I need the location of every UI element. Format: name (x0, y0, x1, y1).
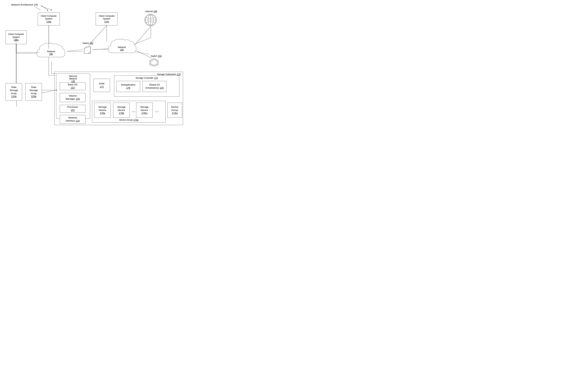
storage-device-176b: Storage Device 176b (113, 103, 130, 118)
dots-1: ... (132, 110, 136, 113)
network-architecture-label: Network Architecture 100 (11, 3, 38, 6)
client-computer-system-110c: Client Computer System 110c (96, 13, 118, 25)
switch-150-label: Switch 150 (151, 55, 162, 57)
global-io-scheduler-box: Global I/O Scheduler(s) 134 (142, 81, 167, 92)
svg-line-37 (137, 51, 152, 58)
network-180: Network 180 (35, 42, 67, 62)
switch-150-icon (149, 58, 159, 66)
svg-line-35 (92, 49, 109, 50)
storage-subsystem-title: Storage Subsystem 170 (157, 73, 181, 76)
svg-marker-23 (84, 46, 90, 54)
svg-line-34 (67, 50, 83, 51)
internet-label: Internet 160 (145, 10, 157, 13)
svg-line-16 (41, 6, 52, 10)
deduplication-178-box: Deduplication 178 (116, 81, 140, 92)
data-storage-array-120a: Data Storage Array 120a (5, 83, 22, 101)
dots-2: ... (155, 110, 159, 113)
ram-172-box: RAM 172 (93, 79, 110, 92)
processor-box: Processor 122 (60, 105, 85, 112)
storage-device-176m: Storage Device 176m (136, 103, 153, 118)
storage-device-176a: Storage Device 176a (94, 103, 111, 118)
client-computer-system-110a: Client Computer System 110a (5, 30, 27, 44)
device-group-173m-box: Device Group 173m (167, 103, 182, 118)
network-interface-box: Network Interface 124 (60, 115, 85, 124)
volume-manager-box: Volume Manager 134 (60, 93, 85, 102)
svg-line-36 (135, 26, 151, 44)
client-computer-system-110b: Client Computer System 110b (38, 13, 60, 25)
network-190: Network 190 (107, 38, 137, 58)
internet-globe-icon (144, 14, 157, 26)
base-os-box: Base OS 132 (60, 83, 85, 90)
svg-marker-17 (50, 9, 52, 11)
switch-140-icon (83, 46, 92, 55)
switch-140-label: Switch 140 (82, 42, 93, 44)
data-storage-array-120b: Data Storage Array 120b (25, 83, 42, 101)
